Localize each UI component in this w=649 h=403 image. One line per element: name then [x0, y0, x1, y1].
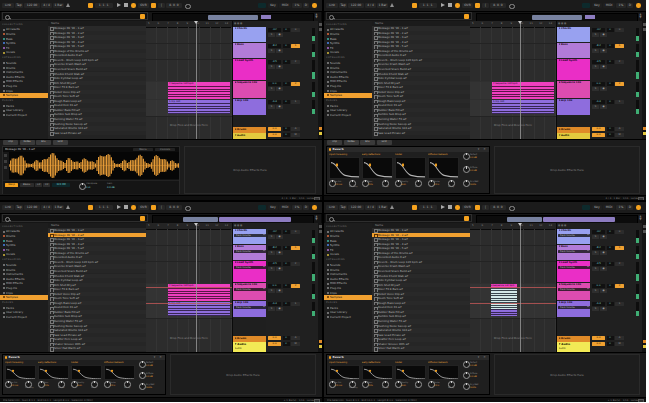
play-button[interactable] [441, 205, 445, 209]
aux-volume-field[interactable]: 0.0 [268, 342, 281, 346]
quantize-field[interactable]: 1 Bar [53, 3, 64, 9]
aux-volume-field[interactable]: 0.0 [592, 133, 605, 137]
link-toggle[interactable]: Link [2, 205, 14, 211]
volume-field[interactable]: -Inf [592, 28, 605, 32]
loop-start-field[interactable]: [ [158, 205, 165, 211]
file-row[interactable]: Saw Lead Phrase.aif [372, 131, 470, 136]
clip-side-tab-icon[interactable] [4, 154, 7, 157]
track-header[interactable]: 2 BassTrack Volume [233, 245, 267, 260]
solo-button[interactable]: S [592, 251, 599, 255]
solo-button[interactable]: S [592, 49, 599, 53]
device-tab-chip[interactable]: Fades [344, 140, 359, 145]
sidebar-item-current-project[interactable]: Current Project [0, 113, 48, 118]
tempo-field[interactable]: 122.00 [348, 205, 364, 211]
key-map-button[interactable]: Key [268, 3, 278, 9]
clip-tab-chip[interactable]: Grid [53, 140, 68, 145]
clip-tab-chip[interactable]: Clip [3, 140, 18, 145]
overdub-button[interactable]: OVR [138, 205, 149, 211]
browser-search-box[interactable] [326, 12, 472, 20]
output-knob[interactable] [463, 180, 470, 187]
sidebar-item-current-project[interactable]: Current Project [0, 315, 48, 320]
solo-button[interactable]: S [268, 87, 275, 91]
overview-handle[interactable] [507, 217, 542, 222]
aux-pan-field[interactable]: C [607, 133, 614, 137]
sidebar-item-vocals[interactable]: Vocals [0, 252, 48, 257]
io-field[interactable]: 2 [291, 60, 300, 64]
pan-field[interactable]: C [607, 246, 614, 250]
metronome-icon[interactable] [390, 3, 394, 7]
clip-side-tab-icon[interactable] [4, 166, 7, 169]
loop-length-field[interactable]: 8. 0. 0 [166, 205, 182, 211]
aux-pan-field[interactable]: C [607, 342, 614, 346]
transpose-knob[interactable] [79, 183, 86, 190]
device-on-toggle[interactable] [5, 356, 7, 358]
volume-field[interactable]: -3.5 [268, 262, 281, 266]
arm-button[interactable]: ● [600, 307, 607, 311]
follow-button[interactable] [88, 205, 93, 210]
play-button[interactable] [117, 3, 121, 7]
pan-field[interactable]: C [283, 246, 290, 250]
solo-button[interactable]: S [268, 235, 275, 239]
stop-button[interactable] [124, 205, 128, 209]
key-map-button[interactable]: Key [592, 205, 602, 211]
filter-icon[interactable] [140, 216, 145, 221]
overdub-button[interactable]: OVR [462, 3, 473, 9]
overview-zoom-region[interactable] [543, 217, 615, 222]
aux-io-field[interactable]: A [615, 336, 624, 340]
pan-field[interactable]: C [283, 44, 290, 48]
pan-field[interactable]: C [607, 302, 614, 306]
half-tempo-button[interactable]: ÷2 [35, 183, 42, 187]
record-session-icon[interactable] [312, 205, 317, 210]
pan-field[interactable]: C [283, 230, 290, 234]
pan-field[interactable]: C [607, 60, 614, 64]
record-session-icon[interactable] [312, 3, 317, 8]
clip-tab-chip[interactable]: Fades [20, 140, 35, 145]
io-field[interactable]: 1 [615, 302, 624, 306]
io-field[interactable]: 2 [291, 82, 300, 86]
solo-button[interactable]: S [592, 33, 599, 37]
double-tempo-button[interactable]: ×2 [43, 183, 50, 187]
time-signature-field[interactable]: 4 / 4 [365, 3, 376, 9]
track-header[interactable]: 4 Sequence 130 [557, 81, 591, 98]
aux-pan-field[interactable]: C [283, 342, 290, 346]
file-row[interactable]: Silver Pad Warm.aif [48, 346, 146, 351]
solo-button[interactable]: S [268, 267, 275, 271]
track-header[interactable]: 2 Bass [233, 43, 267, 58]
track-header[interactable]: 3 Lead Synth [233, 59, 267, 80]
track-device-chooser[interactable]: Track Volume [558, 288, 590, 292]
io-field[interactable]: 1 [291, 246, 300, 250]
device-close-icon[interactable]: ✕ [482, 355, 487, 360]
automation-arm-button[interactable] [475, 205, 480, 210]
io-field[interactable]: 1 [615, 100, 624, 104]
loop-length-field[interactable]: 8. 0. 0 [166, 3, 182, 9]
scroll-handle-icon[interactable] [643, 23, 646, 26]
arm-button[interactable]: ● [276, 105, 283, 109]
io-field[interactable]: 0 [291, 230, 300, 234]
output-knob[interactable] [463, 166, 470, 173]
io-field[interactable]: 1 [291, 100, 300, 104]
output-knob[interactable] [139, 372, 146, 379]
output-knob[interactable] [463, 361, 470, 368]
arrangement-position-field[interactable]: 1. 1. 1. [419, 205, 437, 211]
sidebar-item-samples[interactable]: Samples [0, 93, 48, 98]
seg-bpm-field[interactable]: 122.00 [52, 183, 70, 187]
aux-pan-field[interactable]: C [283, 127, 290, 131]
pan-field[interactable]: C [283, 82, 290, 86]
io-field[interactable]: 2 [291, 284, 300, 288]
aux-volume-field[interactable]: 0.0 [592, 127, 605, 131]
volume-field[interactable]: 0.0 [268, 284, 281, 288]
io-field[interactable]: 1 [291, 302, 300, 306]
volume-field[interactable]: 0.0 [592, 284, 605, 288]
aux-io-field[interactable]: A [615, 127, 624, 131]
midi-map-button[interactable]: MIDI [279, 205, 291, 211]
pan-field[interactable]: C [283, 60, 290, 64]
arm-button[interactable]: ● [600, 49, 607, 53]
loop-length-field[interactable]: 8. 0. 0 [490, 205, 506, 211]
warp-toggle[interactable]: Warp [5, 183, 18, 187]
key-map-button[interactable]: Key [592, 3, 602, 9]
aux-volume-field[interactable]: 0.0 [268, 127, 281, 131]
pan-field[interactable]: C [283, 302, 290, 306]
volume-field[interactable]: -Inf [592, 230, 605, 234]
track-header[interactable]: 1 ChordsTrack Volume [233, 229, 267, 244]
clip-header-tool[interactable]: Controls [155, 148, 175, 152]
